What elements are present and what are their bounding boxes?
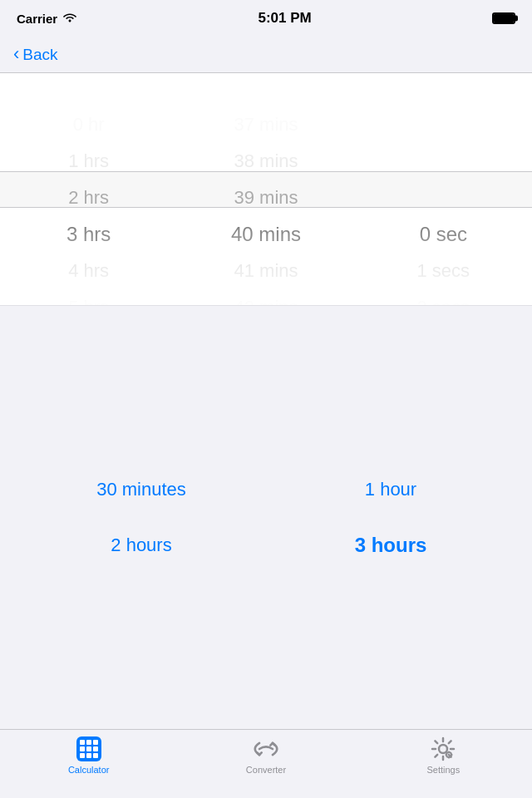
tab-converter-label: Converter — [246, 765, 286, 775]
calculator-icon — [76, 736, 101, 761]
tab-converter[interactable]: Converter — [177, 736, 354, 775]
time-picker[interactable]: 0 hr 1 hrs 2 hrs 3 hrs 4 hrs 5 hrs 6 hrs… — [0, 73, 532, 306]
tab-bar: Calculator Converter — [0, 729, 532, 798]
picker-columns: 0 hr 1 hrs 2 hrs 3 hrs 4 hrs 5 hrs 6 hrs… — [0, 73, 532, 305]
shortcuts-row-2: 2 hours 3 hours — [17, 525, 515, 565]
main-content: 0 hr 1 hrs 2 hrs 3 hrs 4 hrs 5 hrs 6 hrs… — [0, 73, 532, 729]
picker-item[interactable] — [417, 180, 470, 216]
shortcuts-area: 30 minutes 1 hour 2 hours 3 hours — [0, 306, 532, 729]
tab-calculator-label: Calculator — [68, 765, 110, 775]
picker-item[interactable]: 2 secs — [417, 289, 470, 306]
back-button[interactable]: ‹ Back — [13, 46, 58, 64]
picker-item[interactable]: 38 mins — [231, 143, 301, 180]
back-chevron-icon: ‹ — [13, 45, 19, 63]
svg-point-0 — [439, 745, 447, 753]
nav-bar: ‹ Back — [0, 37, 532, 73]
picker-item-selected[interactable]: 0 sec — [417, 216, 470, 253]
battery-icon — [492, 12, 515, 24]
picker-item[interactable]: 42 mins — [231, 289, 301, 306]
picker-item[interactable]: 39 mins — [231, 180, 301, 216]
picker-item[interactable]: 41 mins — [231, 253, 301, 289]
hours-column[interactable]: 0 hr 1 hrs 2 hrs 3 hrs 4 hrs 5 hrs 6 hrs — [0, 73, 177, 305]
picker-item[interactable]: 2 hrs — [66, 180, 111, 216]
settings-icon — [431, 736, 456, 761]
picker-item[interactable]: 5 hrs — [66, 289, 111, 306]
carrier-text: Carrier — [17, 12, 57, 26]
wifi-icon — [62, 11, 77, 26]
picker-item[interactable] — [417, 106, 470, 143]
picker-item[interactable]: 1 secs — [417, 253, 470, 289]
picker-item-selected[interactable]: 40 mins — [231, 216, 301, 253]
seconds-column[interactable]: 0 sec 1 secs 2 secs 3 secs — [355, 73, 532, 305]
status-bar: Carrier 5:01 PM — [0, 0, 532, 37]
picker-item[interactable]: 1 hrs — [66, 143, 111, 180]
picker-item[interactable] — [417, 143, 470, 180]
shortcut-2hours[interactable]: 2 hours — [58, 526, 224, 564]
shortcuts-row-1: 30 minutes 1 hour — [17, 470, 515, 509]
tab-calculator[interactable]: Calculator — [0, 736, 177, 775]
picker-item[interactable]: 37 mins — [231, 106, 301, 143]
shortcut-3hours[interactable]: 3 hours — [308, 525, 474, 565]
converter-icon — [254, 736, 278, 761]
tab-settings-label: Settings — [426, 765, 460, 775]
back-label: Back — [22, 46, 57, 64]
shortcut-30min[interactable]: 30 minutes — [58, 470, 224, 509]
shortcut-1hour[interactable]: 1 hour — [308, 470, 474, 509]
minutes-column[interactable]: 37 mins 38 mins 39 mins 40 mins 41 mins … — [177, 73, 354, 305]
tab-settings[interactable]: Settings — [355, 736, 532, 775]
picker-item[interactable]: 4 hrs — [66, 253, 111, 289]
status-time: 5:01 PM — [258, 10, 311, 27]
picker-item[interactable]: 0 hr — [66, 106, 111, 143]
picker-item-selected[interactable]: 3 hrs — [66, 216, 111, 253]
